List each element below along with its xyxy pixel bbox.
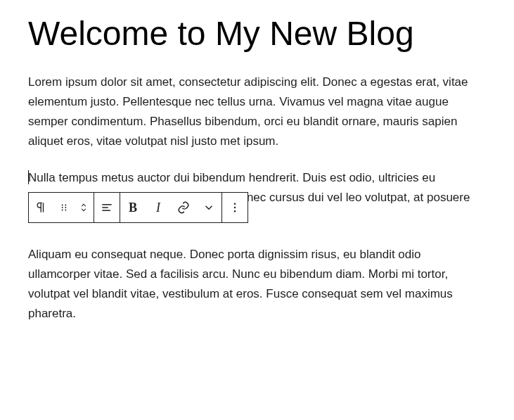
- svg-point-2: [62, 207, 63, 208]
- paragraph-block[interactable]: Lorem ipsum dolor sit amet, consectetur …: [28, 72, 486, 151]
- svg-point-10: [234, 207, 236, 208]
- svg-point-0: [62, 205, 63, 206]
- italic-icon: I: [156, 201, 160, 215]
- block-toolbar: B I: [28, 192, 248, 223]
- link-icon: [176, 201, 191, 215]
- options-button[interactable]: [222, 193, 248, 222]
- toolbar-group-align: [94, 193, 120, 222]
- italic-button[interactable]: I: [146, 193, 171, 222]
- more-rich-text-button[interactable]: [196, 193, 221, 222]
- move-up-down-button[interactable]: [74, 193, 94, 222]
- drag-handle-button[interactable]: [54, 193, 74, 222]
- more-vertical-icon: [229, 201, 241, 214]
- bold-icon: B: [129, 201, 137, 215]
- svg-point-5: [65, 210, 66, 211]
- toolbar-group-more: [222, 193, 248, 222]
- link-button[interactable]: [171, 193, 196, 222]
- paragraph-block[interactable]: Aliquam eu consequat neque. Donec porta …: [28, 245, 486, 324]
- drag-icon: [59, 203, 69, 212]
- block-type-button[interactable]: [29, 193, 54, 222]
- svg-point-9: [234, 203, 236, 205]
- paragraph-icon: [34, 201, 49, 215]
- editor-canvas[interactable]: Welcome to My New Blog Lorem ipsum dolor…: [0, 0, 514, 355]
- text-cursor: [28, 170, 29, 184]
- svg-point-3: [65, 207, 66, 208]
- chevron-down-icon: [203, 201, 215, 214]
- toolbar-group-format: B I: [120, 193, 222, 222]
- move-up-down-icon: [79, 201, 89, 215]
- post-title[interactable]: Welcome to My New Blog: [28, 14, 486, 53]
- toolbar-group-block: [29, 193, 94, 222]
- align-button[interactable]: [94, 193, 120, 222]
- svg-point-11: [234, 210, 236, 212]
- svg-point-1: [65, 205, 66, 206]
- bold-button[interactable]: B: [120, 193, 146, 222]
- svg-point-4: [62, 210, 63, 211]
- align-left-icon: [100, 201, 114, 215]
